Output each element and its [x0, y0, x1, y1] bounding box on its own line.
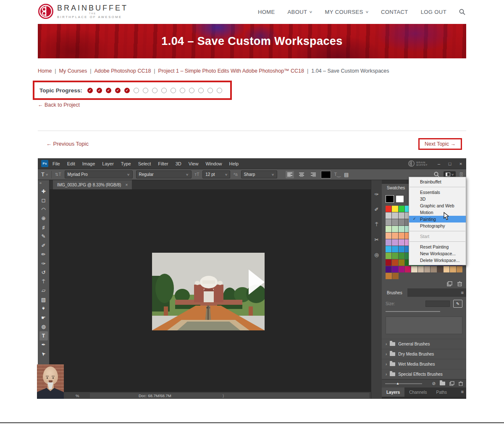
- eraser-tool-icon[interactable]: ▱: [39, 286, 48, 296]
- brushes-panel-icon[interactable]: ✐: [372, 205, 381, 214]
- progress-dot-incomplete[interactable]: [171, 88, 176, 93]
- brush-size-slider[interactable]: [386, 311, 440, 312]
- font-style-select[interactable]: Regular∨: [136, 170, 192, 178]
- pen-tool-icon[interactable]: ✒: [39, 340, 48, 350]
- blur-tool-icon[interactable]: ♠: [39, 304, 48, 314]
- progress-dot-incomplete[interactable]: [217, 88, 222, 93]
- type-tool-icon[interactable]: T: [39, 331, 48, 340]
- swatch[interactable]: [418, 266, 424, 272]
- progress-dot-incomplete[interactable]: [134, 88, 139, 93]
- opacity-slider[interactable]: ▲: [385, 383, 422, 384]
- layers-panel-menu-icon[interactable]: ≡: [461, 389, 464, 394]
- nav-item-contact[interactable]: CONTACT: [381, 9, 408, 15]
- breadcrumb-item[interactable]: My Courses: [59, 68, 87, 74]
- brushes-panel-menu-icon[interactable]: ≡: [461, 290, 464, 295]
- swatch[interactable]: [392, 253, 398, 259]
- video-poster-photo[interactable]: [152, 253, 265, 330]
- nav-item-log-out[interactable]: LOG OUT: [421, 9, 446, 15]
- swatch[interactable]: [392, 259, 398, 266]
- ps-menu-edit[interactable]: Edit: [67, 161, 75, 166]
- swatch[interactable]: [399, 259, 404, 266]
- align-center-button[interactable]: [297, 171, 306, 178]
- search-icon[interactable]: [459, 9, 465, 15]
- brush-folder-row[interactable]: ›Wet Media Brushes: [382, 359, 466, 369]
- workspace-menu-item-essentials[interactable]: Essentials: [409, 189, 466, 196]
- marquee-tool-icon[interactable]: ◻: [39, 196, 48, 205]
- workspace-menu-item-brainbuffet[interactable]: Brainbuffet: [409, 178, 466, 185]
- swatch[interactable]: [437, 266, 443, 272]
- mixer-brush-tool-icon[interactable]: ✑: [39, 259, 48, 268]
- back-to-project-link[interactable]: ← Back to Project: [38, 102, 80, 108]
- progress-dot-complete[interactable]: ✓: [106, 88, 111, 93]
- toggle-text-orientation-icon[interactable]: ⇅T: [55, 172, 61, 177]
- ps-menu-view[interactable]: View: [189, 161, 199, 166]
- workspace-menu-item-photography[interactable]: Photography: [409, 222, 466, 229]
- ps-menu-select[interactable]: Select: [138, 161, 151, 166]
- progress-dot-complete[interactable]: ✓: [115, 88, 121, 93]
- swatch[interactable]: [392, 239, 398, 246]
- brush-size-value[interactable]: [425, 301, 450, 307]
- brush-folder-row[interactable]: ›General Brushes: [382, 339, 466, 349]
- clone-stamp-tool-icon[interactable]: ⍑: [39, 277, 48, 286]
- healing-brush-tool-icon[interactable]: ⊕: [39, 214, 48, 223]
- ps-menu-3d[interactable]: 3D: [176, 161, 181, 166]
- maximize-button[interactable]: □: [444, 161, 455, 166]
- progress-dot-incomplete[interactable]: [198, 88, 204, 93]
- sponge-tool-icon[interactable]: ◍: [39, 322, 48, 332]
- close-button[interactable]: ×: [455, 161, 466, 166]
- align-left-button[interactable]: [286, 171, 294, 178]
- tab-paths[interactable]: Paths: [432, 387, 452, 397]
- anti-alias-select[interactable]: Sharp∨: [241, 170, 277, 178]
- swatch[interactable]: [386, 233, 391, 239]
- gradient-tool-icon[interactable]: ▧: [39, 295, 48, 304]
- text-color-swatch[interactable]: [321, 171, 331, 178]
- warp-text-icon[interactable]: T‿: [334, 172, 341, 177]
- swatch[interactable]: [386, 206, 391, 212]
- swatch[interactable]: [399, 233, 404, 239]
- swatch[interactable]: [399, 206, 404, 212]
- pencil-tool-icon[interactable]: ✏: [39, 250, 48, 259]
- swatch[interactable]: [392, 233, 398, 239]
- swatch[interactable]: [399, 253, 404, 259]
- swatch[interactable]: [392, 226, 398, 232]
- white-swatch[interactable]: [396, 195, 404, 203]
- progress-dot-incomplete[interactable]: [143, 88, 148, 93]
- swatch[interactable]: [386, 239, 391, 246]
- black-swatch[interactable]: [386, 195, 394, 203]
- crop-tool-icon[interactable]: ♯: [39, 223, 48, 232]
- delete-swatch-icon[interactable]: [457, 281, 462, 286]
- ps-menu-image[interactable]: Image: [82, 161, 95, 166]
- swatch[interactable]: [405, 266, 411, 272]
- workspace-menu-item-painting[interactable]: Painting✓: [409, 216, 466, 222]
- swatch[interactable]: [386, 246, 391, 252]
- swatch[interactable]: [386, 273, 392, 279]
- swatch[interactable]: [399, 246, 404, 252]
- swatch[interactable]: [386, 219, 391, 225]
- ps-menu-filter[interactable]: Filter: [158, 161, 168, 166]
- history-brush-tool-icon[interactable]: ↺: [39, 268, 48, 277]
- progress-dot-incomplete[interactable]: [207, 88, 213, 93]
- progress-dot-complete[interactable]: ✓: [87, 88, 93, 93]
- swatch[interactable]: [392, 246, 398, 252]
- progress-dot-incomplete[interactable]: [180, 88, 185, 93]
- move-tool-icon[interactable]: ✚: [39, 187, 48, 196]
- font-size-select[interactable]: 12 pt∨: [202, 170, 230, 178]
- swatch[interactable]: [399, 219, 404, 225]
- ps-menu-window[interactable]: Window: [205, 161, 222, 166]
- brush-folder-row[interactable]: ›Special Effects Brushes: [382, 369, 466, 379]
- nav-item-home[interactable]: HOME: [258, 9, 275, 15]
- swatch[interactable]: [386, 253, 391, 259]
- toggle-panels-icon[interactable]: ▤: [344, 172, 349, 178]
- toggle-icon[interactable]: ⊘: [432, 381, 436, 386]
- type-tool-icon[interactable]: T∨: [41, 171, 48, 178]
- ps-menu-help[interactable]: Help: [229, 161, 239, 166]
- lasso-tool-icon[interactable]: ◠: [39, 205, 48, 214]
- swatch[interactable]: [386, 266, 391, 272]
- ps-menu-layer[interactable]: Layer: [102, 161, 114, 166]
- swatch[interactable]: [457, 266, 462, 272]
- progress-dot-incomplete[interactable]: [189, 88, 194, 93]
- next-topic-button[interactable]: Next Topic →: [418, 138, 462, 150]
- tool-presets-icon[interactable]: ✂: [372, 236, 381, 244]
- brush-folder-row[interactable]: ›Dry Media Brushes: [382, 349, 466, 359]
- swatch[interactable]: [399, 212, 404, 219]
